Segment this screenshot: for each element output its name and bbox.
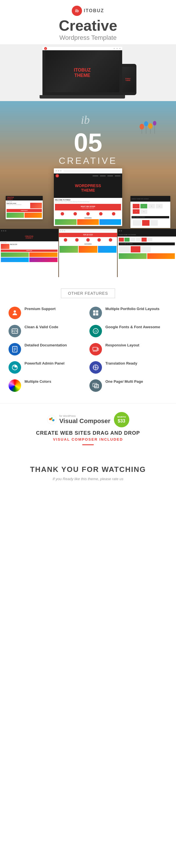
feature-item-multipage: One Page/ Multi Page: [90, 379, 168, 392]
side-preview-card-2: DESIGN THEME FOR CONTENT ● ▲ ⊞ ◉ ★ ◆ DES…: [130, 196, 170, 228]
feature-item-clean-code: Clean & Valid Code: [8, 325, 86, 337]
feature-text-colors: Multiple Colors: [25, 379, 51, 383]
font-icon: O: [90, 325, 102, 337]
feature-text-responsive: Responsive Layout: [105, 343, 139, 347]
vc-subheadline: VISUAL COMPOSER INCLUDED: [6, 437, 170, 441]
svg-text:O: O: [95, 329, 97, 333]
offer-icon-2: [74, 212, 77, 216]
translate-icon: [90, 361, 102, 374]
offer-icon-4: [99, 212, 102, 216]
doc-icon: [8, 343, 21, 355]
svg-point-11: [14, 310, 16, 313]
feature-item-google-fonts: O Google Fonts & Font Awesome: [90, 325, 168, 337]
side-preview-card-1: CREATIVEAGENCY WHO WE ARE WHAT WE OFFER …: [6, 196, 43, 219]
big-preview-hero-text: WORDPRESSTHEME: [75, 183, 101, 192]
svg-point-35: [51, 417, 53, 419]
bottom-preview-right: DESIGN THEME FOR CONTENT DESIGN THEME FO…: [118, 229, 176, 277]
svg-point-34: [52, 419, 54, 421]
svg-rect-13: [96, 310, 98, 313]
bottom-preview-left: CREATIVEAGENCY WHO WE ARE WHAT WE OFFER …: [0, 229, 58, 277]
bottom-preview-row: CREATIVEAGENCY WHO WE ARE WHAT WE OFFER …: [0, 229, 176, 277]
vc-badge-row: for WordPress Visual Composer WORTH $33: [6, 412, 170, 427]
offer-icons: [55, 211, 121, 217]
svg-rect-24: [97, 348, 99, 350]
vc-divider: [82, 444, 94, 445]
bottom-preview-center: WHAT WE OFFER OUR CLEAN CONTENT OUR WORK…: [59, 229, 117, 277]
welcome-title: WELCOME TO ITOBUZ: [55, 199, 121, 201]
feature-item-admin: Powerfull Admin Panel: [8, 361, 86, 374]
svg-text:ib: ib: [81, 114, 90, 126]
features-grid: Premium Support Multiple Portfolio Grid …: [8, 307, 168, 392]
feature-text-portfolio-grid: Multiple Portfolio Grid Layouts: [105, 307, 159, 311]
balloons-decoration: [136, 118, 159, 136]
logo-item: ⊞: [148, 204, 155, 209]
feature-text-premium-support: Premium Support: [25, 307, 55, 311]
itobuz-logo-icon: ib: [72, 6, 82, 16]
vc-worth-badge: WORTH $33: [114, 412, 129, 427]
svg-rect-14: [93, 313, 95, 315]
device-mockup: ib ITOBUZTHEME: [40, 47, 136, 98]
welcome-text: Lorem ipsum dolor sit amet consectetur a…: [55, 201, 121, 203]
big-preview-header: [54, 168, 122, 174]
vc-for-wp-label: for WordPress: [59, 414, 110, 417]
offer-icon-1: [61, 212, 64, 216]
feature-item-premium-support: Premium Support: [8, 307, 86, 319]
code-icon: [8, 325, 21, 337]
responsive-icon: [90, 343, 102, 355]
creative-number: 05: [74, 130, 102, 155]
vc-label-group: for WordPress Visual Composer: [59, 414, 110, 425]
grid-icon: [90, 307, 102, 319]
main-title: Creative: [0, 18, 176, 33]
feature-item-translation: Translation Ready: [90, 361, 168, 374]
svg-rect-12: [93, 310, 95, 313]
vc-section: for WordPress Visual Composer WORTH $33 …: [0, 403, 176, 457]
header: ib ITOBUZ Creative Wordpress Template: [0, 0, 176, 44]
laptop-base: [40, 95, 125, 98]
chart-icon: [8, 361, 21, 374]
vc-product-name: Visual Composer: [59, 417, 110, 425]
svg-point-4: [148, 123, 153, 129]
features-section: OTHER FEATURES Premium Support: [0, 277, 176, 403]
logo-area: ib ITOBUZ: [0, 6, 176, 16]
svg-rect-23: [93, 347, 97, 350]
feature-item-colors: Multiple Colors: [8, 379, 86, 392]
feature-text-admin: Powerfull Admin Panel: [25, 361, 65, 365]
big-preview-body: WELCOME TO ITOBUZ Lorem ipsum dolor sit …: [54, 198, 122, 226]
vc-headline: CREATE WEB SITES DRAG AND DROP: [6, 430, 170, 436]
feature-text-multipage: One Page/ Multi Page: [105, 379, 143, 383]
logo-item: ▲: [141, 204, 147, 209]
thankyou-subtitle: If you Ready like this theme, please rat…: [6, 477, 170, 481]
vc-worth-label: WORTH: [117, 416, 126, 418]
logo-item: ★: [133, 209, 140, 214]
big-center-preview: ib WORDPRESSTHEME WELCOME TO ITOBUZ Lore…: [54, 168, 122, 226]
vc-icon: [47, 414, 57, 425]
side-preview-right: DESIGN THEME FOR CONTENT ● ▲ ⊞ ◉ ★ ◆ DES…: [130, 196, 170, 229]
brand-name: ITOBUZ: [84, 8, 104, 13]
logo-item: ●: [133, 204, 140, 209]
svg-rect-31: [95, 384, 99, 388]
palette-icon: [8, 379, 21, 392]
welcome-section: WELCOME TO ITOBUZ Lorem ipsum dolor sit …: [55, 199, 121, 203]
laptop-screen: ib ITOBUZTHEME: [45, 50, 119, 92]
creative-agency-text: CREATIVEAGENCY: [7, 196, 14, 200]
features-title: OTHER FEATURES: [61, 288, 115, 298]
feature-item-portfolio-grid: Multiple Portfolio Grid Layouts: [90, 307, 168, 319]
offer-icon-3: [86, 212, 90, 216]
logo-item: ◆: [141, 209, 147, 214]
side-preview-left: CREATIVEAGENCY WHO WE ARE WHAT WE OFFER …: [6, 196, 43, 229]
features-title-wrapper: OTHER FEATURES: [8, 288, 168, 298]
hero-devices-section: ib ITOBUZTHEME: [0, 44, 176, 101]
feature-text-clean-code: Clean & Valid Code: [25, 325, 58, 329]
laptop-device: ib ITOBUZTHEME: [43, 47, 122, 95]
svg-rect-15: [96, 313, 98, 315]
thankyou-section: THANK YOU FOR WATCHING If you Ready like…: [0, 457, 176, 492]
vc-worth-price: $33: [118, 418, 125, 424]
offer-section: WHAT WE OFFER OUR CLEAN CONTENT: [55, 204, 121, 210]
phone-screen: ITOBUZTHEME: [121, 67, 135, 92]
logo-item: ◉: [156, 204, 162, 209]
person-icon: [8, 307, 21, 319]
feature-text-translation: Translation Ready: [105, 361, 137, 365]
page-icon: [90, 379, 102, 392]
feature-text-google-fonts: Google Fonts & Font Awesome: [105, 325, 160, 329]
big-preview-hero: WORDPRESSTHEME: [54, 178, 122, 198]
